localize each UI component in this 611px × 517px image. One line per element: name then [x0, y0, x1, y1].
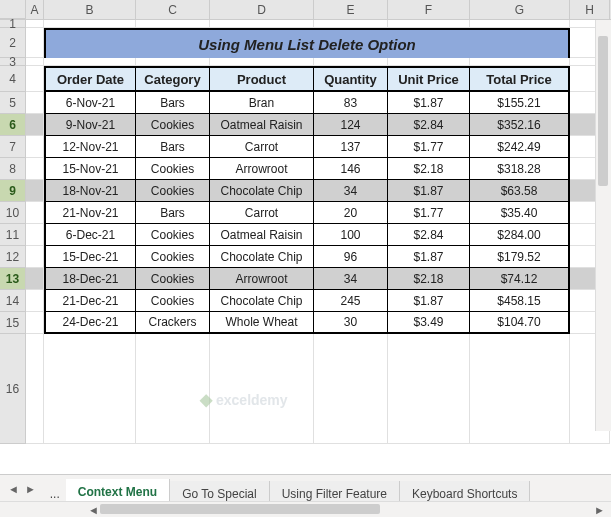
cell-order-date[interactable]: 15-Dec-21: [44, 246, 136, 268]
cell-product[interactable]: Carrot: [210, 202, 314, 224]
horizontal-scrollbar[interactable]: ◄ ►: [0, 501, 611, 517]
cell-product[interactable]: Chocolate Chip: [210, 246, 314, 268]
cell-unit-price[interactable]: $1.87: [388, 246, 470, 268]
col-header-g[interactable]: G: [470, 0, 570, 19]
cells-area[interactable]: Using Menu List Delete Option Order Date…: [26, 20, 611, 444]
cell-order-date[interactable]: 18-Dec-21: [44, 268, 136, 290]
cell-quantity[interactable]: 96: [314, 246, 388, 268]
cell-quantity[interactable]: 20: [314, 202, 388, 224]
cell-unit-price[interactable]: $3.49: [388, 312, 470, 334]
header-product[interactable]: Product: [210, 66, 314, 92]
row-header-10[interactable]: 10: [0, 202, 26, 224]
cell-total-price[interactable]: $458.15: [470, 290, 570, 312]
header-category[interactable]: Category: [136, 66, 210, 92]
tab-nav-prev-icon[interactable]: ◄: [6, 483, 21, 495]
cell-total-price[interactable]: $242.49: [470, 136, 570, 158]
cell-product[interactable]: Oatmeal Raisin: [210, 224, 314, 246]
cell-quantity[interactable]: 34: [314, 268, 388, 290]
col-header-h[interactable]: H: [570, 0, 610, 19]
row-header-5[interactable]: 5: [0, 92, 26, 114]
cell-quantity[interactable]: 124: [314, 114, 388, 136]
row-header-2[interactable]: 2: [0, 28, 26, 58]
col-header-e[interactable]: E: [314, 0, 388, 19]
row-header-7[interactable]: 7: [0, 136, 26, 158]
cell-unit-price[interactable]: $1.87: [388, 180, 470, 202]
col-header-d[interactable]: D: [210, 0, 314, 19]
row-header-1[interactable]: 1: [0, 20, 26, 28]
col-header-a[interactable]: A: [26, 0, 44, 19]
cell-order-date[interactable]: 21-Dec-21: [44, 290, 136, 312]
cell-order-date[interactable]: 15-Nov-21: [44, 158, 136, 180]
row-header-15[interactable]: 15: [0, 312, 26, 334]
cell-total-price[interactable]: $74.12: [470, 268, 570, 290]
cell-unit-price[interactable]: $2.84: [388, 224, 470, 246]
row-header-13[interactable]: 13: [0, 268, 26, 290]
vertical-scrollbar[interactable]: [595, 20, 611, 431]
cell-unit-price[interactable]: $1.87: [388, 92, 470, 114]
cell-quantity[interactable]: 137: [314, 136, 388, 158]
cell-total-price[interactable]: $35.40: [470, 202, 570, 224]
cell-category[interactable]: Cookies: [136, 158, 210, 180]
row-header-14[interactable]: 14: [0, 290, 26, 312]
row-header-3[interactable]: 3: [0, 58, 26, 66]
col-header-c[interactable]: C: [136, 0, 210, 19]
cell-unit-price[interactable]: $1.77: [388, 202, 470, 224]
cell-quantity[interactable]: 146: [314, 158, 388, 180]
tab-nav-next-icon[interactable]: ►: [23, 483, 38, 495]
cell-total-price[interactable]: $318.28: [470, 158, 570, 180]
cell-product[interactable]: Oatmeal Raisin: [210, 114, 314, 136]
row-header-6[interactable]: 6: [0, 114, 26, 136]
cell-quantity[interactable]: 30: [314, 312, 388, 334]
row-header-4[interactable]: 4: [0, 66, 26, 92]
cell-category[interactable]: Cookies: [136, 290, 210, 312]
cell-category[interactable]: Bars: [136, 136, 210, 158]
cell-unit-price[interactable]: $2.84: [388, 114, 470, 136]
cell-unit-price[interactable]: $2.18: [388, 268, 470, 290]
cell-order-date[interactable]: 12-Nov-21: [44, 136, 136, 158]
cell-category[interactable]: Bars: [136, 92, 210, 114]
cell-product[interactable]: Chocolate Chip: [210, 290, 314, 312]
cell-quantity[interactable]: 83: [314, 92, 388, 114]
col-header-b[interactable]: B: [44, 0, 136, 19]
header-unit-price[interactable]: Unit Price: [388, 66, 470, 92]
cell-category[interactable]: Cookies: [136, 180, 210, 202]
cell-unit-price[interactable]: $1.77: [388, 136, 470, 158]
cell-total-price[interactable]: $352.16: [470, 114, 570, 136]
header-quantity[interactable]: Quantity: [314, 66, 388, 92]
row-header-9[interactable]: 9: [0, 180, 26, 202]
cell-product[interactable]: Arrowroot: [210, 158, 314, 180]
vertical-scrollbar-thumb[interactable]: [598, 36, 608, 186]
cell-quantity[interactable]: 245: [314, 290, 388, 312]
header-total-price[interactable]: Total Price: [470, 66, 570, 92]
cell-category[interactable]: Cookies: [136, 224, 210, 246]
cell-product[interactable]: Carrot: [210, 136, 314, 158]
cell-product[interactable]: Chocolate Chip: [210, 180, 314, 202]
row-header-11[interactable]: 11: [0, 224, 26, 246]
table-title[interactable]: Using Menu List Delete Option: [44, 28, 570, 58]
cell-order-date[interactable]: 18-Nov-21: [44, 180, 136, 202]
cell-unit-price[interactable]: $1.87: [388, 290, 470, 312]
cell-category[interactable]: Crackers: [136, 312, 210, 334]
cell-category[interactable]: Cookies: [136, 114, 210, 136]
header-order-date[interactable]: Order Date: [44, 66, 136, 92]
cell-quantity[interactable]: 100: [314, 224, 388, 246]
cell-order-date[interactable]: 9-Nov-21: [44, 114, 136, 136]
row-header-16[interactable]: 16: [0, 334, 26, 444]
cell-order-date[interactable]: 6-Dec-21: [44, 224, 136, 246]
cell-total-price[interactable]: $284.00: [470, 224, 570, 246]
cell-total-price[interactable]: $155.21: [470, 92, 570, 114]
spreadsheet-grid[interactable]: A B C D E F G H 1 2 3 4 5 6 7 8 9 10 11 …: [0, 0, 611, 474]
cell-total-price[interactable]: $63.58: [470, 180, 570, 202]
row-header-12[interactable]: 12: [0, 246, 26, 268]
cell-category[interactable]: Cookies: [136, 246, 210, 268]
cell-unit-price[interactable]: $2.18: [388, 158, 470, 180]
cell-category[interactable]: Cookies: [136, 268, 210, 290]
cell-total-price[interactable]: $179.52: [470, 246, 570, 268]
cell-category[interactable]: Bars: [136, 202, 210, 224]
hscroll-right-icon[interactable]: ►: [592, 502, 607, 517]
cell-product[interactable]: Arrowroot: [210, 268, 314, 290]
cell-product[interactable]: Bran: [210, 92, 314, 114]
row-header-8[interactable]: 8: [0, 158, 26, 180]
cell-order-date[interactable]: 6-Nov-21: [44, 92, 136, 114]
cell-product[interactable]: Whole Wheat: [210, 312, 314, 334]
